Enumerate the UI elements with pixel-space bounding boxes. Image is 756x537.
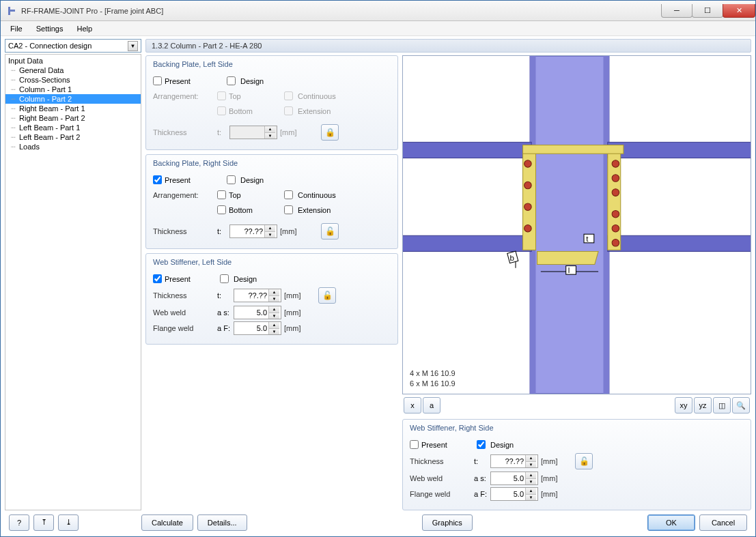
tree-item-loads[interactable]: Loads <box>5 142 141 151</box>
wsr-present-checkbox[interactable] <box>410 440 419 449</box>
bpl-present-checkbox[interactable] <box>153 76 162 85</box>
close-button[interactable]: ✕ <box>723 4 755 18</box>
details-button[interactable]: Details... <box>197 514 247 531</box>
group-backing-plate-left: Backing Plate, Left Side Present Design … <box>145 55 398 150</box>
group-title: Backing Plate, Right Side <box>153 159 391 171</box>
wsr-flangeweld-input[interactable]: ▲▼ <box>490 487 538 501</box>
chevron-down-icon: ▼ <box>128 41 138 51</box>
bolt-info: 4 x M 16 10.9 6 x M 16 10.9 <box>410 368 456 388</box>
menu-help[interactable]: Help <box>71 23 98 34</box>
bpr-bottom-checkbox[interactable] <box>217 205 226 214</box>
unlock-icon[interactable]: 🔓 <box>318 287 336 304</box>
view-zoom-button[interactable]: 🔍 <box>732 397 750 413</box>
menubar: File Settings Help <box>1 21 755 36</box>
group-web-stiffener-left: Web Stiffener, Left Side Present Design … <box>145 253 398 345</box>
svg-point-21 <box>612 225 619 233</box>
bpr-extension-checkbox[interactable] <box>284 205 293 214</box>
view-a-button[interactable]: a <box>423 397 440 413</box>
export-button[interactable]: ⤓ <box>58 514 79 531</box>
tree-item-rbeam-2[interactable]: Right Beam - Part 2 <box>5 113 141 123</box>
lock-icon[interactable]: 🔒 <box>321 124 339 141</box>
unlock-icon[interactable]: 🔓 <box>321 223 339 240</box>
cancel-button[interactable]: Cancel <box>699 514 747 531</box>
view-iso-button[interactable]: ◫ <box>713 397 731 413</box>
svg-rect-8 <box>608 235 751 251</box>
unlock-icon[interactable]: 🔓 <box>575 453 593 469</box>
bpr-design-checkbox[interactable] <box>227 175 236 184</box>
bpl-continuous-checkbox <box>284 91 293 100</box>
bpl-bottom-checkbox <box>217 106 226 115</box>
bpr-present-checkbox[interactable] <box>153 175 162 184</box>
nav-tree[interactable]: Input Data General Data Cross-Sections C… <box>5 54 141 510</box>
calculate-button[interactable]: Calculate <box>141 514 193 531</box>
dropdown-value: CA2 - Connection design <box>8 42 92 50</box>
wsr-thickness-input[interactable]: ▲▼ <box>490 454 538 468</box>
wsl-webweld-input[interactable]: ▲▼ <box>234 306 281 319</box>
ok-button[interactable]: OK <box>647 514 695 531</box>
view-xy-button[interactable]: xy <box>675 397 692 413</box>
footer: ? ⤒ ⤓ Calculate Details... Graphics OK C… <box>5 510 751 534</box>
svg-text:l: l <box>568 266 570 274</box>
window-title: RF-FRAME-JOINT Pro - [Frame joint ABC] <box>21 7 163 15</box>
svg-rect-11 <box>523 145 624 154</box>
svg-text:b: b <box>510 254 514 262</box>
group-backing-plate-right: Backing Plate, Right Side Present Design… <box>145 154 398 249</box>
bpl-extension-checkbox <box>284 106 293 115</box>
svg-marker-12 <box>537 251 599 264</box>
svg-point-20 <box>612 210 619 218</box>
tree-item-rbeam-1[interactable]: Right Beam - Part 1 <box>5 104 141 113</box>
bpr-top-checkbox[interactable] <box>217 190 226 199</box>
svg-point-16 <box>524 225 532 233</box>
svg-rect-5 <box>403 142 531 158</box>
tree-item-column-2[interactable]: Column - Part 2 <box>5 94 141 104</box>
case-dropdown[interactable]: CA2 - Connection design ▼ <box>5 39 141 53</box>
bpr-thickness-input[interactable]: ▲▼ <box>229 224 277 238</box>
bpr-continuous-checkbox[interactable] <box>284 190 293 199</box>
viewer-toolbar: x a xy yz ◫ 🔍 <box>402 397 751 413</box>
view-x-button[interactable]: x <box>404 397 421 413</box>
help-button[interactable]: ? <box>9 514 29 531</box>
svg-rect-0 <box>8 7 10 15</box>
wsl-flangeweld-input[interactable]: ▲▼ <box>234 321 281 335</box>
group-web-stiffener-right: Web Stiffener, Right Side Present Design… <box>402 419 751 510</box>
app-window: RF-FRAME-JOINT Pro - [Frame joint ABC] ─… <box>0 0 756 537</box>
svg-point-22 <box>612 240 619 247</box>
tree-root[interactable]: Input Data <box>5 56 141 66</box>
wsr-design-checkbox[interactable] <box>477 440 486 449</box>
menu-file[interactable]: File <box>5 23 28 34</box>
minimize-button[interactable]: ─ <box>661 4 692 18</box>
tree-item-general[interactable]: General Data <box>5 66 141 75</box>
app-icon <box>6 5 17 16</box>
bpl-design-checkbox[interactable] <box>227 76 236 85</box>
svg-rect-1 <box>10 10 15 12</box>
panel-title: 1.3.2 Column - Part 2 - HE-A 280 <box>145 39 751 53</box>
graphics-button[interactable]: Graphics <box>422 514 473 531</box>
tree-item-column-1[interactable]: Column - Part 1 <box>5 85 141 94</box>
group-title: Web Stiffener, Left Side <box>153 258 391 270</box>
arrangement-label: Arrangement: <box>153 92 214 100</box>
svg-rect-6 <box>403 235 531 251</box>
wsl-present-checkbox[interactable] <box>153 274 162 283</box>
maximize-button[interactable]: ☐ <box>692 4 723 18</box>
bpl-top-checkbox <box>217 91 226 100</box>
tree-item-cross-sections[interactable]: Cross-Sections <box>5 75 141 85</box>
menu-settings[interactable]: Settings <box>31 23 69 34</box>
wsl-thickness-input[interactable]: ▲▼ <box>234 289 281 302</box>
3d-viewer[interactable]: l b t 4 x M 16 10.9 6 x M 16 10.9 <box>402 55 751 394</box>
bpl-thickness-input: ▲▼ <box>229 126 277 139</box>
svg-point-18 <box>612 175 619 182</box>
svg-point-17 <box>612 160 619 168</box>
group-title: Web Stiffener, Right Side <box>410 424 744 436</box>
import-button[interactable]: ⤒ <box>33 514 54 531</box>
tree-item-lbeam-1[interactable]: Left Beam - Part 1 <box>5 123 141 132</box>
view-yz-button[interactable]: yz <box>694 397 712 413</box>
svg-rect-7 <box>608 142 751 158</box>
svg-point-15 <box>524 203 532 211</box>
wsl-design-checkbox[interactable] <box>220 274 229 283</box>
svg-point-14 <box>524 182 532 189</box>
joint-render: l b t <box>403 56 751 394</box>
wsr-webweld-input[interactable]: ▲▼ <box>490 471 538 485</box>
svg-rect-2 <box>530 56 609 394</box>
tree-item-lbeam-2[interactable]: Left Beam - Part 2 <box>5 132 141 142</box>
group-title: Backing Plate, Left Side <box>153 60 391 72</box>
